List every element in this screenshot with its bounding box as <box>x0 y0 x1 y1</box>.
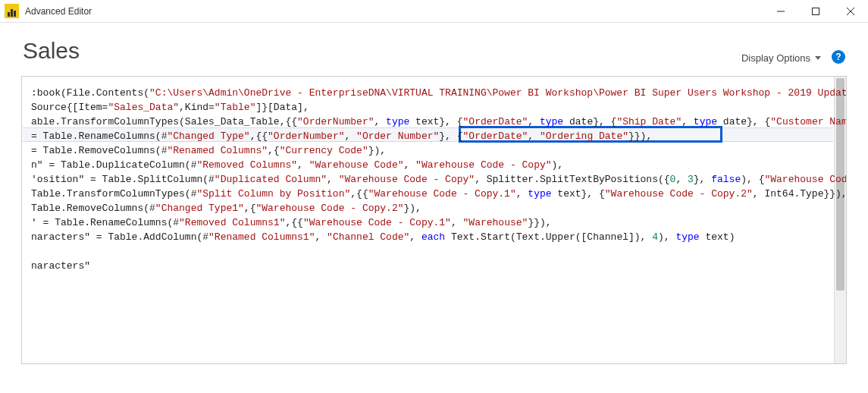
svg-rect-1 <box>813 8 819 14</box>
help-icon[interactable]: ? <box>832 50 845 64</box>
chevron-down-icon <box>815 56 821 60</box>
display-options-label: Display Options <box>741 52 810 64</box>
window-titlebar: Advanced Editor <box>0 0 868 23</box>
code-editor-container: :book(File.Contents("C:\Users\Admin\OneD… <box>21 76 847 364</box>
display-options-dropdown[interactable]: Display Options <box>741 52 821 64</box>
minimize-button[interactable] <box>763 0 798 23</box>
app-icon <box>5 4 19 18</box>
code-editor[interactable]: :book(File.Contents("C:\Users\Admin\OneD… <box>22 77 846 282</box>
query-name: Sales <box>23 38 741 64</box>
window-title: Advanced Editor <box>25 6 92 17</box>
close-button[interactable] <box>833 0 868 23</box>
maximize-button[interactable] <box>798 0 833 23</box>
header-row: Sales Display Options ? <box>0 23 868 71</box>
